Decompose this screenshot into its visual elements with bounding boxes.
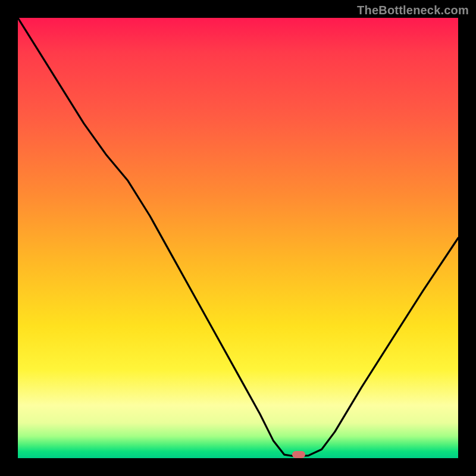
plot-area [18, 18, 458, 458]
optimal-marker [292, 451, 305, 458]
watermark-text: TheBottleneck.com [357, 4, 469, 17]
bottleneck-curve [18, 18, 458, 458]
chart-frame: TheBottleneck.com [0, 0, 476, 476]
